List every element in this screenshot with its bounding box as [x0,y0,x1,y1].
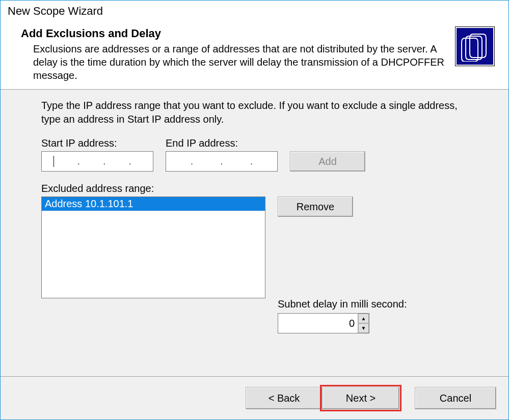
end-ip-label: End IP address: [166,137,278,149]
right-column: Remove Subnet delay in milli second: 0 ▲… [278,197,407,333]
content-area: Type the IP address range that you want … [1,89,508,376]
list-item[interactable]: Address 10.1.101.1 [42,197,265,211]
subnet-delay-label: Subnet delay in milli second: [278,298,407,310]
instruction-text: Type the IP address range that you want … [41,99,468,126]
start-ip-field: Start IP address: ... [41,137,153,172]
titlebar: New Scope Wizard [1,1,508,22]
wizard-icon [456,27,494,66]
nav-button-group: < Back Next > [246,387,399,409]
end-ip-input[interactable]: ... [166,151,278,172]
wizard-dialog: New Scope Wizard Add Exclusions and Dela… [0,0,509,420]
subnet-delay-spinner[interactable]: 0 ▲ ▼ [278,313,369,333]
footer: < Back Next > Cancel [1,376,508,419]
back-button[interactable]: < Back [246,387,322,409]
spinner-up-icon[interactable]: ▲ [358,314,369,323]
subnet-delay-value[interactable]: 0 [278,314,358,333]
excluded-listbox[interactable]: Address 10.1.101.1 [41,197,265,298]
excluded-range-label: Excluded address range: [41,183,468,194]
header-text: Add Exclusions and Delay Exclusions are … [21,27,444,82]
start-ip-input[interactable]: ... [41,151,153,172]
spinner-down-icon[interactable]: ▼ [358,323,369,333]
remove-button[interactable]: Remove [278,197,353,217]
next-button[interactable]: Next > [322,387,399,409]
page-title: Add Exclusions and Delay [21,27,444,40]
spinner-buttons: ▲ ▼ [358,314,369,333]
cancel-button[interactable]: Cancel [415,387,496,409]
ip-input-row: Start IP address: ... End IP address: ..… [41,137,468,172]
end-ip-field: End IP address: ... [166,137,278,172]
page-description: Exclusions are addresses or a range of a… [33,42,444,82]
start-ip-label: Start IP address: [41,137,153,149]
window-title: New Scope Wizard [8,5,501,18]
header-section: Add Exclusions and Delay Exclusions are … [1,22,508,89]
excluded-row: Address 10.1.101.1 Remove Subnet delay i… [41,197,468,333]
add-button[interactable]: Add [290,151,365,172]
subnet-delay-group: Subnet delay in milli second: 0 ▲ ▼ [278,298,407,333]
